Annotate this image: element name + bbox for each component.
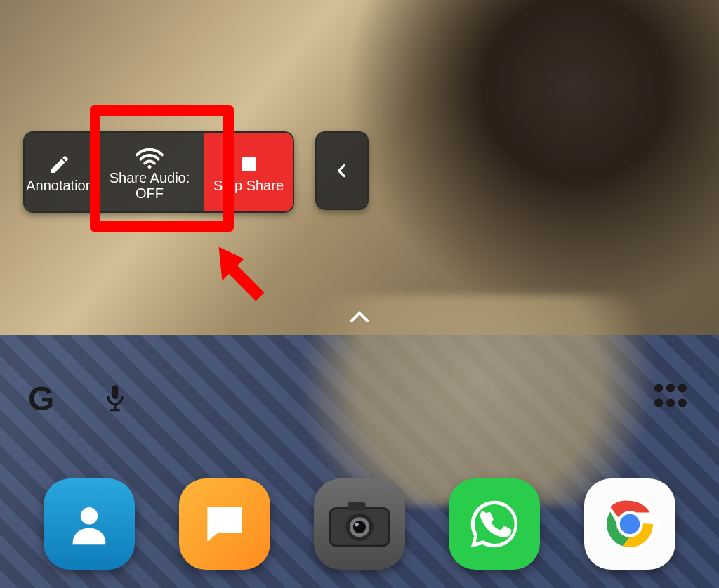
wifi-icon xyxy=(134,143,165,170)
person-icon xyxy=(65,499,114,549)
svg-rect-1 xyxy=(242,157,256,171)
stop-share-label: Stop Share xyxy=(213,178,284,193)
chevron-left-icon xyxy=(333,157,351,185)
annotation-button[interactable]: Annotation xyxy=(25,133,95,211)
svg-point-8 xyxy=(678,384,687,392)
stop-share-button[interactable]: Stop Share xyxy=(204,133,293,211)
contacts-app[interactable] xyxy=(44,478,135,570)
microphone-icon[interactable] xyxy=(103,383,127,415)
google-g-icon[interactable]: G xyxy=(28,379,54,418)
search-widget[interactable]: G xyxy=(28,379,127,418)
camera-app[interactable] xyxy=(314,478,405,570)
stop-icon xyxy=(238,151,259,178)
svg-point-10 xyxy=(666,399,675,407)
share-audio-state: OFF xyxy=(136,185,164,201)
svg-rect-14 xyxy=(348,502,365,510)
callout-arrow xyxy=(204,232,288,316)
homescreen-dock xyxy=(0,478,719,570)
svg-marker-2 xyxy=(219,247,265,301)
share-audio-label: Share Audio: xyxy=(110,170,190,185)
collapse-toolbar-button[interactable] xyxy=(315,131,369,210)
wallpaper-paw-blur xyxy=(295,295,660,506)
whatsapp-icon xyxy=(466,496,522,552)
svg-point-12 xyxy=(81,507,98,525)
svg-point-11 xyxy=(678,399,687,407)
apps-grid-icon[interactable] xyxy=(654,384,687,407)
chrome-icon xyxy=(599,493,661,555)
app-drawer-hint[interactable] xyxy=(348,309,371,325)
svg-point-17 xyxy=(353,521,366,533)
annotation-label: Annotation xyxy=(26,178,93,193)
svg-point-6 xyxy=(654,384,663,392)
svg-rect-3 xyxy=(112,385,119,399)
chrome-app[interactable] xyxy=(584,478,675,570)
pencil-icon xyxy=(48,151,71,178)
speech-bubble-icon xyxy=(199,498,251,550)
svg-point-7 xyxy=(666,384,675,392)
messages-app[interactable] xyxy=(179,478,270,570)
chevron-up-icon xyxy=(348,309,371,325)
svg-point-18 xyxy=(355,523,359,527)
share-screen-toolbar: Annotation Share Audio: OFF Stop Share xyxy=(23,131,294,213)
svg-point-9 xyxy=(654,399,663,407)
svg-point-0 xyxy=(147,165,151,169)
whatsapp-app[interactable] xyxy=(449,478,540,570)
share-audio-button[interactable]: Share Audio: OFF xyxy=(95,133,204,211)
camera-icon xyxy=(328,499,391,549)
